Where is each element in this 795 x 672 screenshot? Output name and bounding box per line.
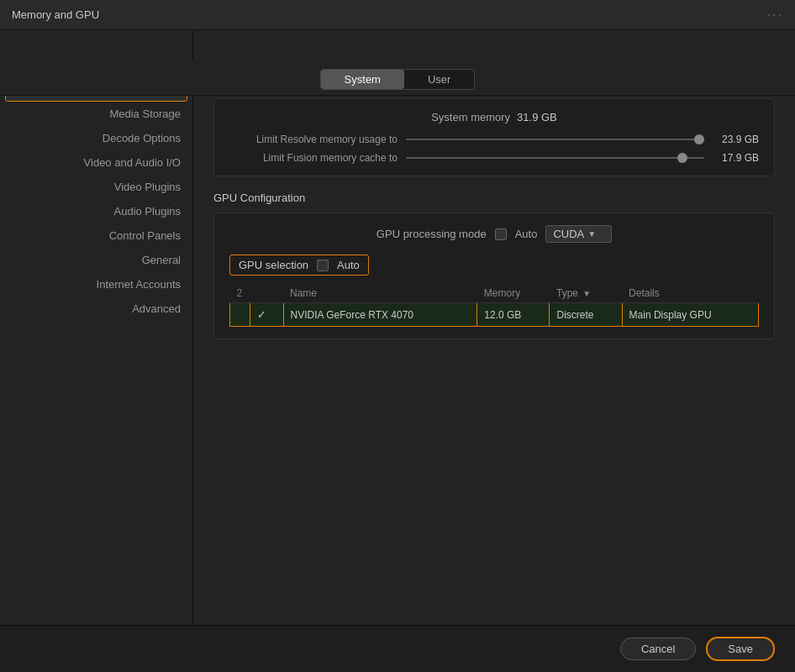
gpu-auto-checkbox[interactable] xyxy=(495,228,507,240)
row-memory: 12.0 GB xyxy=(477,303,550,327)
top-tab-bar: System User xyxy=(0,60,795,96)
limit-resolve-value: 23.9 GB xyxy=(713,134,759,145)
system-memory-row: System memory 31.9 GB xyxy=(229,111,759,123)
content-area: Memory and GPU Media Storage Decode Opti… xyxy=(0,30,795,625)
sidebar-item-advanced[interactable]: Advanced xyxy=(0,297,192,321)
col-check xyxy=(250,284,284,303)
tab-system[interactable]: System xyxy=(321,70,404,89)
row-type: Discrete xyxy=(550,303,622,327)
gpu-processing-row: GPU processing mode Auto CUDA ▼ xyxy=(229,225,759,243)
limit-resolve-row: Limit Resolve memory usage to 23.9 GB xyxy=(229,134,759,145)
gpu-config-box: GPU processing mode Auto CUDA ▼ GPU sele… xyxy=(213,213,775,339)
gpu-selection-bar: GPU selection Auto xyxy=(229,255,369,276)
sort-icon: ▼ xyxy=(582,289,591,297)
sidebar-item-video-plugins[interactable]: Video Plugins xyxy=(0,175,192,199)
sidebar: Memory and GPU Media Storage Decode Opti… xyxy=(0,30,193,625)
system-memory-label: System memory xyxy=(431,111,510,123)
sidebar-item-media-storage[interactable]: Media Storage xyxy=(0,102,192,126)
bottom-bar: Cancel Save xyxy=(0,625,795,672)
gpu-selection-auto-label: Auto xyxy=(337,259,360,271)
limit-fusion-row: Limit Fusion memory cache to 17.9 GB xyxy=(229,152,759,164)
sidebar-item-general[interactable]: General xyxy=(0,248,192,272)
title-bar: Memory and GPU ··· xyxy=(0,0,795,30)
col-details-header: Details xyxy=(622,284,758,303)
gpu-selection-label: GPU selection xyxy=(239,259,308,271)
sidebar-item-audio-plugins[interactable]: Audio Plugins xyxy=(0,199,192,223)
sidebar-item-decode-options[interactable]: Decode Options xyxy=(0,126,192,150)
col-memory-header[interactable]: Memory xyxy=(477,284,550,303)
dropdown-arrow-icon: ▼ xyxy=(587,229,596,239)
row-name: NVIDIA GeForce RTX 4070 xyxy=(283,303,477,327)
gpu-table-row[interactable]: ✓ NVIDIA GeForce RTX 4070 12.0 GB Discre… xyxy=(230,303,759,327)
sidebar-item-internet-accounts[interactable]: Internet Accounts xyxy=(0,272,192,297)
gpu-processing-label: GPU processing mode xyxy=(376,228,487,240)
limit-resolve-label: Limit Resolve memory usage to xyxy=(229,134,398,145)
col-name-header[interactable]: Name xyxy=(283,284,477,303)
save-button[interactable]: Save xyxy=(706,637,775,661)
limit-resolve-slider[interactable] xyxy=(406,139,704,140)
tab-user[interactable]: User xyxy=(404,70,474,89)
sidebar-item-control-panels[interactable]: Control Panels xyxy=(0,223,192,248)
window: Memory and GPU ··· System User Memory an… xyxy=(0,0,795,672)
limit-fusion-slider[interactable] xyxy=(406,157,704,159)
memory-config-box: System memory 31.9 GB Limit Resolve memo… xyxy=(213,98,775,176)
gpu-section-title: GPU Configuration xyxy=(213,192,775,204)
limit-fusion-thumb[interactable] xyxy=(677,153,687,163)
col-type-header[interactable]: Type ▼ xyxy=(550,284,622,303)
tab-group: System User xyxy=(320,69,476,90)
main-panel: Memory Configuration System memory 31.9 … xyxy=(193,30,795,625)
gpu-auto-label: Auto xyxy=(515,228,538,240)
gpu-section: GPU Configuration GPU processing mode Au… xyxy=(213,192,775,339)
cancel-button[interactable]: Cancel xyxy=(620,638,696,660)
limit-fusion-label: Limit Fusion memory cache to xyxy=(229,152,398,164)
window-title: Memory and GPU xyxy=(12,8,99,21)
limit-fusion-value: 17.9 GB xyxy=(713,152,759,164)
col-num: 2 xyxy=(230,284,250,303)
sidebar-item-video-audio-io[interactable]: Video and Audio I/O xyxy=(0,150,192,175)
cuda-dropdown[interactable]: CUDA ▼ xyxy=(545,225,612,243)
row-details: Main Display GPU xyxy=(622,303,758,327)
limit-resolve-thumb[interactable] xyxy=(694,134,704,144)
row-num xyxy=(230,303,250,327)
row-check: ✓ xyxy=(250,303,284,327)
window-menu-dots[interactable]: ··· xyxy=(767,8,783,23)
system-memory-value: 31.9 GB xyxy=(517,111,557,123)
gpu-table: 2 Name Memory Type ▼ Details xyxy=(229,284,759,327)
gpu-selection-auto-checkbox[interactable] xyxy=(317,260,329,271)
